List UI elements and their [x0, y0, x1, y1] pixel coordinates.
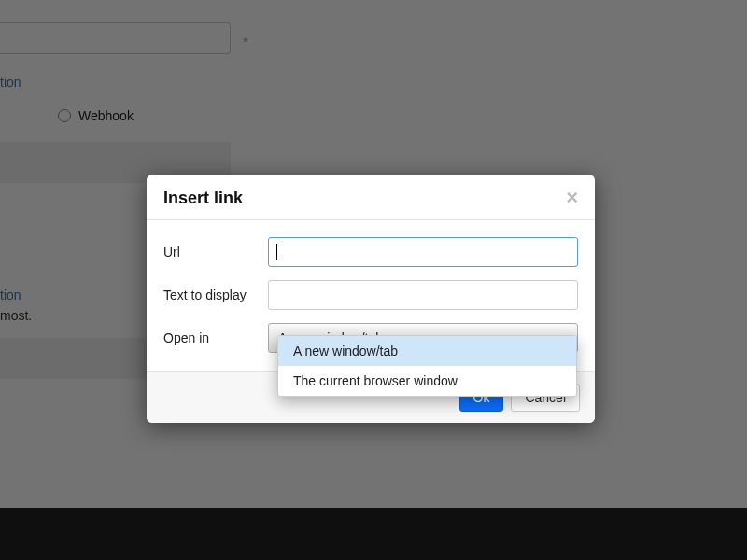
url-input[interactable]	[268, 237, 578, 267]
open-in-option-new-window[interactable]: A new window/tab	[278, 336, 576, 366]
label-url: Url	[163, 245, 268, 259]
close-icon[interactable]: ×	[566, 188, 578, 208]
modal-title: Insert link	[163, 189, 243, 208]
row-text: Text to display	[163, 280, 578, 310]
open-in-option-current-window[interactable]: The current browser window	[278, 366, 576, 396]
label-open-in: Open in	[163, 330, 268, 345]
modal-header: Insert link ×	[147, 175, 595, 220]
text-caret	[276, 244, 277, 260]
label-text: Text to display	[163, 287, 268, 302]
text-to-display-input[interactable]	[268, 280, 578, 310]
open-in-dropdown: A new window/tab The current browser win…	[277, 335, 577, 397]
row-url: Url	[163, 237, 578, 267]
